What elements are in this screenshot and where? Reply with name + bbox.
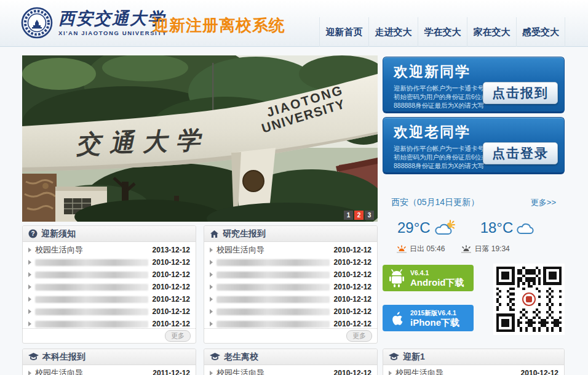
- nav-item-feel[interactable]: 感受交大: [516, 17, 565, 47]
- bullet-arrow-icon: [210, 260, 213, 265]
- bullet-arrow-icon: [210, 272, 213, 277]
- list-item[interactable]: 2010-12-12: [28, 281, 190, 293]
- app-qr-code: [493, 264, 565, 335]
- bullet-arrow-icon: [389, 371, 392, 375]
- list-item[interactable]: 校园生活向导2013-12-12: [28, 244, 190, 256]
- list-item[interactable]: 校园生活向导2010-12-12: [389, 367, 558, 375]
- list-item[interactable]: 2010-12-12: [28, 256, 190, 268]
- notice-box: ? 迎新须知 校园生活向导2013-12-12 2010-12-12 2010-…: [22, 225, 196, 344]
- university-name-cn: 西安交通大学: [58, 9, 167, 28]
- page: 西安交通大学 XI'AN JIAOTONG UNIVERSITY 迎新注册离校系…: [0, 0, 588, 375]
- android-robot-icon: [389, 269, 405, 288]
- bullet-arrow-icon: [210, 248, 213, 252]
- sunrise-icon: [396, 245, 407, 254]
- android-download-label: Android下载: [410, 277, 464, 288]
- nav-item-life[interactable]: 家在交大: [467, 17, 516, 47]
- departure-box: 老生离校 校园生活向导2010-12-12: [204, 349, 378, 375]
- checkin-button[interactable]: 点击报到: [483, 82, 558, 104]
- graduate-checkin-box: 研究生报到 校园生活向导2010-12-12 2010-12-12 2010-1…: [204, 225, 378, 344]
- carousel-page-1[interactable]: 1: [344, 211, 353, 220]
- redacted-text-bar: [217, 308, 330, 315]
- list-item[interactable]: 2010-12-12: [28, 305, 190, 318]
- weather-widget: 西安（05月14日更新） 更多>> 29°C 18°C: [383, 192, 565, 261]
- bullet-arrow-icon: [28, 248, 31, 252]
- redacted-text-bar: [35, 284, 148, 291]
- redacted-text-bar: [217, 321, 330, 328]
- iphone-download-label: iPhone下载: [410, 317, 459, 328]
- bullet-arrow-icon: [28, 297, 31, 302]
- more-button[interactable]: 更多: [346, 330, 372, 342]
- sunset-time: 日落 19:34: [474, 244, 509, 254]
- bullet-arrow-icon: [210, 321, 213, 326]
- welcome-new-desc: 迎新协作平台帐户为一卡通卡号初始密码为用户的身份证后6位或888888身份证最后…: [394, 84, 490, 110]
- list-item[interactable]: 校园生活向导2010-12-12: [210, 244, 371, 256]
- list-item[interactable]: 校园生活向导2010-12-12: [210, 367, 371, 375]
- carousel-page-3[interactable]: 3: [365, 211, 374, 220]
- welcome-new-students-panel: 欢迎新同学 迎新协作平台帐户为一卡通卡号初始密码为用户的身份证后6位或88888…: [383, 57, 565, 113]
- bullet-arrow-icon: [28, 284, 31, 289]
- qr-center-emblem-icon: [520, 291, 538, 308]
- list-item[interactable]: 校园生活向导2011-12-12: [28, 367, 190, 375]
- home-icon: [210, 230, 219, 238]
- bullet-arrow-icon: [210, 284, 213, 289]
- notice-box-title: 迎新须知: [41, 228, 76, 240]
- bullet-arrow-icon: [28, 272, 31, 277]
- question-circle-icon: ?: [28, 229, 38, 238]
- welcome-old-desc: 迎新协作平台帐户为一卡通卡号初始密码为用户的身份证后6位或888888身份证最后…: [394, 144, 490, 170]
- cloudy-icon: [516, 220, 536, 235]
- nav-item-about[interactable]: 走进交大: [368, 17, 418, 47]
- bullet-arrow-icon: [28, 260, 31, 265]
- bullet-arrow-icon: [28, 371, 31, 375]
- campus-gate-photo: 交通大学 JIAOTONG UNIVERSITY: [22, 55, 378, 222]
- redacted-text-bar: [217, 284, 330, 291]
- bullet-arrow-icon: [210, 371, 213, 375]
- graduate-box-title: 研究生报到: [223, 228, 266, 240]
- login-button[interactable]: 点击登录: [483, 142, 558, 164]
- redacted-text-bar: [217, 272, 330, 278]
- list-item[interactable]: 2010-12-12: [28, 293, 190, 305]
- apple-icon: [389, 309, 405, 328]
- bullet-arrow-icon: [28, 309, 31, 314]
- redacted-text-bar: [217, 296, 330, 303]
- android-download-button[interactable]: V6.4.1 Android下载: [383, 265, 474, 291]
- sunrise-time: 日出 05:46: [410, 244, 445, 254]
- weather-city-label: 西安（05月14日更新）: [391, 197, 479, 208]
- university-logo[interactable]: 西安交通大学 XI'AN JIAOTONG UNIVERSITY: [21, 7, 167, 39]
- redacted-text-bar: [217, 259, 330, 266]
- redacted-text-bar: [35, 259, 148, 266]
- bullet-arrow-icon: [28, 321, 31, 326]
- departure-box-title: 老生离校: [224, 352, 258, 363]
- partly-cloudy-icon: [434, 220, 456, 236]
- list-item[interactable]: 2010-12-12: [210, 293, 371, 305]
- carousel-page-2-active[interactable]: 2: [354, 211, 364, 220]
- gate-calligraphy-text: 交通大学: [76, 126, 209, 158]
- welcome-new-title: 欢迎新同学: [394, 62, 471, 81]
- main-nav: 迎新首页 走进交大 学在交大 家在交大 感受交大: [319, 17, 565, 47]
- list-item[interactable]: 2010-12-12: [210, 268, 371, 281]
- welcome1-box-title: 迎新1: [403, 352, 425, 363]
- iphone-version-label: 2015新版V6.4.1: [410, 309, 459, 317]
- redacted-text-bar: [35, 296, 148, 303]
- university-name-en: XI'AN JIAOTONG UNIVERSITY: [58, 30, 167, 36]
- carousel-pager: 1 2 3: [344, 211, 374, 220]
- sunset-icon: [461, 245, 472, 254]
- nav-item-study[interactable]: 学在交大: [418, 17, 467, 47]
- bullet-arrow-icon: [210, 297, 213, 302]
- redacted-text-bar: [35, 308, 148, 315]
- bullet-arrow-icon: [210, 309, 213, 314]
- list-item[interactable]: 2010-12-12: [210, 256, 371, 268]
- svg-text:?: ?: [31, 230, 34, 237]
- graduation-cap-icon: [389, 353, 399, 361]
- header: 西安交通大学 XI'AN JIAOTONG UNIVERSITY 迎新注册离校系…: [0, 0, 588, 47]
- weather-more-link[interactable]: 更多>>: [531, 197, 556, 208]
- list-item[interactable]: 2010-12-12: [210, 305, 371, 318]
- list-item[interactable]: 2010-12-12: [28, 268, 190, 281]
- list-item[interactable]: 2010-12-12: [210, 281, 371, 293]
- redacted-text-bar: [35, 272, 148, 278]
- iphone-download-button[interactable]: 2015新版V6.4.1 iPhone下载: [383, 305, 474, 331]
- nav-item-home[interactable]: 迎新首页: [319, 17, 368, 47]
- weather-low-temp: 18°C: [480, 219, 514, 236]
- more-button[interactable]: 更多: [165, 330, 191, 342]
- welcome1-box: 迎新1 校园生活向导2010-12-12: [383, 349, 565, 375]
- hero-carousel: 交通大学 JIAOTONG UNIVERSITY 1 2 3: [22, 55, 378, 222]
